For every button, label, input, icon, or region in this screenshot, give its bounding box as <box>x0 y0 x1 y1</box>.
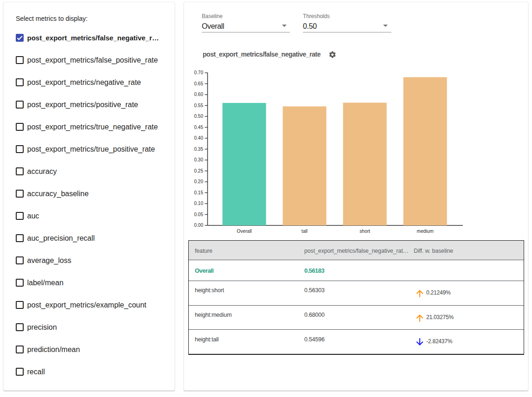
svg-text:0.20: 0.20 <box>194 179 204 184</box>
svg-text:tall: tall <box>301 229 308 234</box>
svg-text:Overall: Overall <box>237 229 251 234</box>
svg-text:0.65: 0.65 <box>194 81 204 86</box>
svg-text:short: short <box>359 229 370 234</box>
svg-text:0.35: 0.35 <box>194 147 204 152</box>
svg-text:medium: medium <box>417 229 433 234</box>
svg-text:0.25: 0.25 <box>194 168 204 173</box>
svg-text:0.15: 0.15 <box>194 190 204 195</box>
svg-text:0.70: 0.70 <box>194 70 204 75</box>
svg-text:0.00: 0.00 <box>194 223 204 228</box>
svg-text:0.10: 0.10 <box>194 201 204 206</box>
svg-text:0.40: 0.40 <box>194 135 204 141</box>
svg-text:0.60: 0.60 <box>194 92 204 97</box>
svg-text:0.30: 0.30 <box>194 157 204 162</box>
svg-text:0.55: 0.55 <box>194 103 204 108</box>
svg-text:0.50: 0.50 <box>194 114 204 119</box>
svg-text:0.05: 0.05 <box>194 212 204 217</box>
svg-text:0.45: 0.45 <box>194 125 204 130</box>
